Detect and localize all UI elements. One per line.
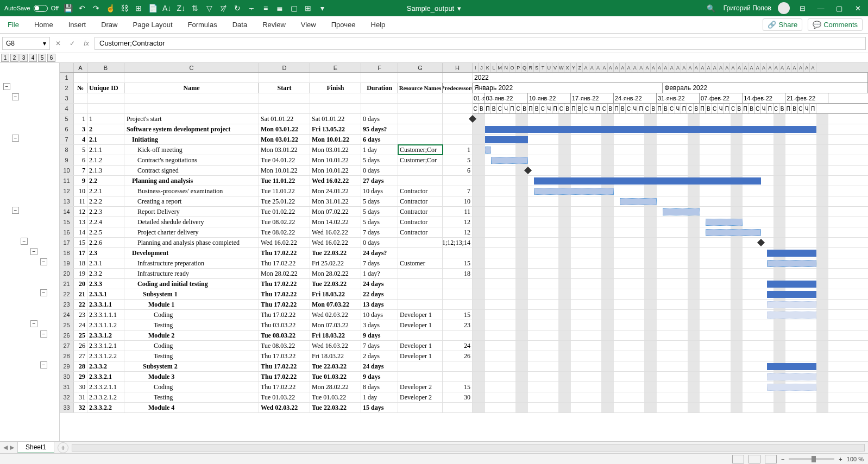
- row-header[interactable]: 25: [60, 320, 74, 330]
- cell-resources[interactable]: Customer: [398, 258, 443, 268]
- col-G[interactable]: G: [398, 63, 443, 72]
- cell-start[interactable]: Tue 11.01.22: [259, 186, 310, 196]
- col-tiny[interactable]: A: [669, 63, 675, 72]
- outline-toggle[interactable]: −: [12, 135, 19, 142]
- cell-name[interactable]: Testing: [124, 392, 259, 402]
- cell-name[interactable]: Testing: [124, 320, 259, 330]
- col-tiny[interactable]: A: [730, 63, 736, 72]
- row-header[interactable]: 23: [60, 300, 74, 309]
- cell-name[interactable]: Module 2: [124, 330, 259, 340]
- zoom-level[interactable]: 100 %: [847, 456, 864, 462]
- cell-no[interactable]: 25: [74, 330, 87, 340]
- cell-uid[interactable]: 2.3.3.1.1.2: [87, 320, 124, 330]
- col-tiny[interactable]: W: [558, 63, 564, 72]
- cell-uid[interactable]: 2.2.4: [87, 217, 124, 227]
- cell-name[interactable]: Project's start: [124, 114, 259, 124]
- row-header[interactable]: 14: [60, 207, 74, 217]
- cell-name[interactable]: Planning and analysis phase completed: [124, 238, 259, 247]
- cell-no[interactable]: 30: [74, 382, 87, 392]
- tab-home[interactable]: Home: [27, 16, 61, 33]
- touch-icon[interactable]: ☝: [105, 3, 115, 13]
- minimize-icon[interactable]: —: [815, 2, 827, 14]
- gantt-bar[interactable]: [767, 373, 816, 380]
- document-title[interactable]: Sample_output ▾: [407, 4, 461, 12]
- cell-name[interactable]: Module 3: [124, 372, 259, 382]
- cell-pred[interactable]: 11;12;13;14: [443, 238, 473, 247]
- col-tiny[interactable]: A: [614, 63, 620, 72]
- cell-name[interactable]: Development: [124, 248, 259, 258]
- cell-no[interactable]: 10: [74, 186, 87, 196]
- row-header[interactable]: 7: [60, 135, 74, 144]
- cell-start[interactable]: Thu 17.02.22: [259, 372, 310, 382]
- cell-duration[interactable]: 1 day?: [361, 269, 398, 278]
- cell-no[interactable]: 7: [74, 166, 87, 175]
- cell-resources[interactable]: [398, 166, 443, 175]
- cell-resources[interactable]: [398, 269, 443, 278]
- tab-data[interactable]: Data: [225, 16, 255, 33]
- cell-uid[interactable]: 2.3.3.1.2.1: [87, 341, 124, 351]
- cell-name[interactable]: Subsystem 1: [124, 289, 259, 299]
- col-C[interactable]: C: [124, 63, 259, 72]
- col-tiny[interactable]: A: [601, 63, 607, 72]
- row-header[interactable]: 12: [60, 186, 74, 196]
- cell-duration[interactable]: 5 days: [361, 217, 398, 227]
- sort-desc-icon[interactable]: Z↓: [176, 3, 186, 13]
- cell-start[interactable]: Thu 17.02.22: [259, 279, 310, 289]
- outline-level-6[interactable]: 6: [47, 54, 55, 62]
- col-A[interactable]: A: [74, 63, 87, 72]
- col-tiny[interactable]: A: [583, 63, 589, 72]
- row-header[interactable]: 3: [60, 93, 74, 103]
- search-icon[interactable]: 🔍: [705, 2, 717, 14]
- cell-finish[interactable]: Mon 31.01.22: [310, 196, 361, 206]
- cell-resources[interactable]: Contractor: [398, 227, 443, 237]
- sheet-first-icon[interactable]: ◀: [3, 444, 8, 451]
- cell-start[interactable]: Tue 08.02.22: [259, 227, 310, 237]
- col-tiny[interactable]: A: [589, 63, 595, 72]
- cell-start[interactable]: Thu 17.02.22: [259, 310, 310, 320]
- row-header[interactable]: 29: [60, 361, 74, 371]
- cell-start[interactable]: Thu 17.02.22: [259, 289, 310, 299]
- cell-pred[interactable]: [443, 135, 473, 144]
- cell-uid[interactable]: 2.3.1: [87, 258, 124, 268]
- box-icon[interactable]: ▢: [289, 3, 299, 13]
- cell-name[interactable]: Testing: [124, 351, 259, 361]
- col-tiny[interactable]: A: [700, 63, 706, 72]
- col-tiny[interactable]: A: [798, 63, 804, 72]
- cell-resources[interactable]: [398, 238, 443, 247]
- align-icon[interactable]: ≣: [275, 3, 285, 13]
- col-tiny[interactable]: A: [718, 63, 724, 72]
- row-header[interactable]: 31: [60, 382, 74, 392]
- cell-uid[interactable]: 2.3.3.1.1: [87, 300, 124, 309]
- cell-duration[interactable]: 6 days: [361, 135, 398, 144]
- cell-uid[interactable]: 2.3.3.2: [87, 361, 124, 371]
- cell-pred[interactable]: 18: [443, 269, 473, 278]
- col-tiny[interactable]: A: [694, 63, 700, 72]
- gantt-bar[interactable]: [767, 260, 816, 267]
- cell-finish[interactable]: Fri 13.05.22: [310, 124, 361, 134]
- cell-finish[interactable]: Mon 24.01.22: [310, 186, 361, 196]
- cell-name[interactable]: Initiating: [124, 135, 259, 144]
- col-tiny[interactable]: X: [564, 63, 570, 72]
- col-tiny[interactable]: M: [497, 63, 503, 72]
- cell-uid[interactable]: 2.3.3.1.2.2: [87, 351, 124, 361]
- cell-resources[interactable]: Developer 2: [398, 392, 443, 402]
- outline-toggle[interactable]: −: [21, 238, 28, 245]
- col-tiny[interactable]: J: [479, 63, 485, 72]
- cell-uid[interactable]: 2.1.3: [87, 166, 124, 175]
- cell-duration[interactable]: 13 days: [361, 300, 398, 309]
- close-icon[interactable]: ✕: [852, 2, 864, 14]
- tab-view[interactable]: View: [293, 16, 324, 33]
- cell-start[interactable]: Thu 17.02.22: [259, 300, 310, 309]
- col-tiny[interactable]: A: [804, 63, 810, 72]
- avatar[interactable]: [778, 2, 790, 14]
- cell-finish[interactable]: Mon 10.01.22: [310, 155, 361, 165]
- cell-name[interactable]: Report Delivery: [124, 207, 259, 217]
- cell-resources[interactable]: [398, 176, 443, 186]
- cell-pred[interactable]: [443, 114, 473, 124]
- zoom-slider[interactable]: [789, 458, 834, 460]
- cell-start[interactable]: Thu 17.03.22: [259, 351, 310, 361]
- cell-duration[interactable]: 1 day: [361, 392, 398, 402]
- col-tiny[interactable]: L: [491, 63, 497, 72]
- cell-start[interactable]: Thu 17.02.22: [259, 258, 310, 268]
- zoom-out-icon[interactable]: −: [781, 456, 784, 462]
